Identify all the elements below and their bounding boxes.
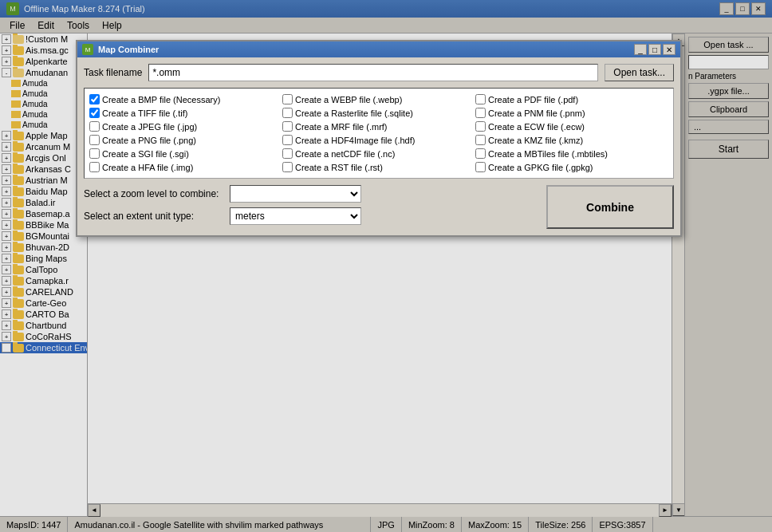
checkbox-mbtiles: Create a MBTiles file (.mbtiles): [475, 148, 668, 160]
checkbox-netcdf-input[interactable]: [282, 148, 293, 159]
dialog-title-bar: M Map Combiner _ □ ✕: [77, 41, 680, 57]
checkbox-sgi-input[interactable]: [89, 148, 100, 159]
dialog-title: Map Combiner: [98, 45, 634, 54]
zoom-level-row: Select a zoom level to combine:: [84, 185, 540, 203]
checkbox-tiff: Create a TIFF file (.tif): [89, 107, 282, 119]
task-filename-row: Task filename Open task...: [84, 64, 674, 81]
modal-overlay: M Map Combiner _ □ ✕ Task filename Open …: [0, 0, 772, 532]
checkbox-png-input[interactable]: [89, 135, 100, 145]
checkbox-gpkg-input[interactable]: [475, 162, 486, 172]
checkbox-rst: Create a RST file (.rst): [282, 161, 475, 173]
checkbox-hfa: Create a HFA file (.img): [89, 161, 282, 173]
dialog-maximize-button[interactable]: □: [648, 44, 661, 55]
checkbox-kmz: Create a KMZ file (.kmz): [475, 134, 668, 146]
extent-unit-row: Select an extent unit type: meters kilom…: [84, 207, 540, 225]
checkbox-ecw: Create a ECW file (.ecw): [475, 120, 668, 132]
checkbox-bmp-input[interactable]: [89, 94, 100, 104]
checkbox-bmp: Create a BMP file (Necessary): [89, 93, 282, 105]
zoom-label: Select a zoom level to combine:: [84, 188, 223, 199]
checkbox-hdf: Create a HDF4Image file (.hdf): [282, 134, 475, 146]
dialog-minimize-button[interactable]: _: [634, 44, 647, 55]
checkbox-rst-input[interactable]: [282, 162, 293, 172]
dialog-body: Task filename Open task... Create a BMP …: [77, 57, 680, 235]
task-filename-label: Task filename: [84, 67, 142, 78]
task-filename-input[interactable]: [148, 64, 598, 81]
extent-label: Select an extent unit type:: [84, 211, 223, 222]
dialog-icon: M: [82, 44, 93, 55]
checkbox-mbtiles-input[interactable]: [475, 148, 486, 159]
checkbox-kmz-input[interactable]: [475, 135, 486, 145]
checkbox-webp-input[interactable]: [282, 94, 293, 104]
checkbox-ecw-input[interactable]: [475, 121, 486, 132]
checkbox-pdf: Create a PDF file (.pdf): [475, 93, 668, 105]
checkbox-jpeg-input[interactable]: [89, 121, 100, 132]
checkbox-jpeg: Create a JPEG file (.jpg): [89, 120, 282, 132]
checkbox-pdf-input[interactable]: [475, 94, 486, 104]
dialog-close-button[interactable]: ✕: [663, 44, 676, 55]
checkbox-rasterlite-input[interactable]: [282, 108, 293, 118]
checkbox-pnm: Create a PNM file (.pnm): [475, 107, 668, 119]
checkbox-gpkg: Create a GPKG file (.gpkg): [475, 161, 668, 173]
open-task-button-dialog[interactable]: Open task...: [605, 64, 674, 81]
map-combiner-dialog: M Map Combiner _ □ ✕ Task filename Open …: [76, 40, 682, 237]
dialog-controls-row: Select a zoom level to combine: Select a…: [84, 185, 674, 229]
checkbox-png: Create a PNG file (.png): [89, 134, 282, 146]
zoom-level-select[interactable]: [230, 185, 361, 203]
combine-button[interactable]: Combine: [546, 185, 674, 229]
checkbox-hdf-input[interactable]: [282, 135, 293, 145]
checkbox-sgi: Create a SGI file (.sgi): [89, 148, 282, 160]
checkbox-netcdf: Create a netCDF file (.nc): [282, 148, 475, 160]
extent-unit-select[interactable]: meters kilometers miles: [230, 207, 361, 225]
checkbox-mrf: Create a MRF file (.mrf): [282, 120, 475, 132]
checkbox-tiff-input[interactable]: [89, 108, 100, 118]
checkbox-rasterlite: Create a Rasterlite file (.sqlite): [282, 107, 475, 119]
file-format-checkboxes: Create a BMP file (Necessary) Create a W…: [84, 88, 674, 179]
checkbox-webp: Create a WEBP file (.webp): [282, 93, 475, 105]
zoom-extent-controls: Select a zoom level to combine: Select a…: [84, 185, 540, 225]
checkbox-hfa-input[interactable]: [89, 162, 100, 172]
checkbox-pnm-input[interactable]: [475, 108, 486, 118]
checkbox-mrf-input[interactable]: [282, 121, 293, 132]
